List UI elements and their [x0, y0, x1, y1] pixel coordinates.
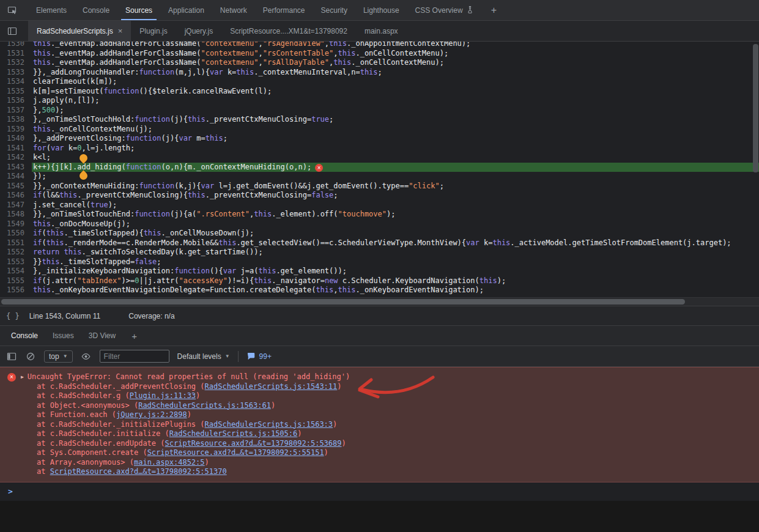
- file-tab-jquery-js[interactable]: jQuery.js: [176, 21, 221, 41]
- line-number-gutter[interactable]: 1547: [0, 201, 32, 210]
- inspect-icon[interactable]: [5, 3, 20, 18]
- stack-frame-link[interactable]: jQuery.js:2:2898: [116, 410, 187, 419]
- file-tab-plugin-js[interactable]: Plugin.js: [131, 21, 176, 41]
- console-prompt[interactable]: >: [0, 482, 759, 501]
- stack-frame-link[interactable]: RadSchedulerScripts.js:1505:6: [169, 429, 298, 438]
- code-text[interactable]: if(this._timeSlotTapped){this._onCellMou…: [32, 229, 759, 238]
- code-text[interactable]: j.apply(n,[l]);: [32, 96, 759, 106]
- line-number-gutter[interactable]: 1549: [0, 220, 32, 229]
- line-number-gutter[interactable]: 1556: [0, 286, 32, 295]
- stack-frame-link[interactable]: ScriptResource.axd?d…&t=13798092:5:53689: [165, 439, 342, 448]
- stack-frame-link[interactable]: main.aspx:4852:5: [134, 458, 205, 467]
- tab-security[interactable]: Security: [313, 0, 355, 20]
- pretty-print-button[interactable]: { }: [6, 312, 20, 320]
- code-text[interactable]: }}this._timeSlotTapped=false;: [32, 257, 759, 267]
- line-number-gutter[interactable]: 1538: [0, 115, 32, 125]
- code-text[interactable]: });: [32, 172, 759, 182]
- file-tab-main-aspx[interactable]: main.aspx: [356, 21, 407, 41]
- line-number-gutter[interactable]: 1543: [0, 163, 32, 172]
- add-drawer-tab-button[interactable]: +: [123, 326, 146, 345]
- line-number-gutter[interactable]: 1553: [0, 257, 32, 267]
- line-number-gutter[interactable]: 1539: [0, 125, 32, 135]
- line-number-gutter[interactable]: 1550: [0, 229, 32, 238]
- stack-frame-link[interactable]: ScriptResource.axd?d…&t=13798092:5:55151: [147, 448, 324, 457]
- file-tab-radschedulerscripts-js[interactable]: RadSchedulerScripts.js×: [28, 21, 131, 41]
- line-number-gutter[interactable]: 1542: [0, 153, 32, 163]
- close-tab-icon[interactable]: ×: [118, 26, 123, 35]
- code-text[interactable]: if(this._renderMode==c.RenderMode.Mobile…: [32, 238, 759, 248]
- line-number-gutter[interactable]: 1548: [0, 210, 32, 220]
- stack-frame-link[interactable]: Plugin.js:11:33: [130, 391, 196, 400]
- code-text[interactable]: clearTimeout(k[m]);: [32, 77, 759, 87]
- tab-elements[interactable]: Elements: [28, 0, 75, 20]
- inline-error-icon[interactable]: ×: [315, 164, 323, 172]
- drawer-tab-console[interactable]: Console: [4, 326, 45, 345]
- clear-console-icon[interactable]: [25, 351, 36, 362]
- code-text[interactable]: for(var k=0,l=j.length;: [32, 144, 759, 153]
- line-number-gutter[interactable]: 1554: [0, 267, 32, 276]
- stack-frame-link[interactable]: RadSchedulerScripts.js:1543:11: [205, 382, 338, 391]
- code-text[interactable]: this._onCellContextMenu(j);: [32, 125, 759, 135]
- code-text[interactable]: }},_addLongTouchHandler:function(m,j,l){…: [32, 68, 759, 78]
- code-text[interactable]: k++){j[k].add_hiding(function(o,n){m._on…: [32, 163, 759, 172]
- code-text[interactable]: }},_onTimeSlotTouchEnd:function(j){a(".r…: [32, 210, 759, 220]
- line-number-gutter[interactable]: 1536: [0, 96, 32, 106]
- line-number-gutter[interactable]: 1533: [0, 68, 32, 78]
- file-tab-scriptresource-xm1-t-13798092[interactable]: ScriptResource....XM1&t=13798092: [221, 21, 356, 41]
- filter-input[interactable]: [100, 350, 169, 363]
- tab-performance[interactable]: Performance: [255, 0, 313, 20]
- code-text[interactable]: },_addPreventClosing:function(j){var m=t…: [32, 134, 759, 144]
- code-text[interactable]: },_initializeKeyboardNavigation:function…: [32, 267, 759, 276]
- line-number-gutter[interactable]: 1555: [0, 276, 32, 286]
- line-number-gutter[interactable]: 1541: [0, 144, 32, 153]
- tab-lighthouse[interactable]: Lighthouse: [355, 0, 407, 20]
- stack-frame-link[interactable]: RadSchedulerScripts.js:1563:61: [138, 401, 271, 410]
- console-sidebar-icon[interactable]: [6, 351, 17, 362]
- more-tabs-button[interactable]: +: [481, 0, 506, 20]
- line-number-gutter[interactable]: 1530: [0, 42, 32, 49]
- line-number-gutter[interactable]: 1540: [0, 134, 32, 144]
- expand-triangle-icon[interactable]: ▶: [21, 372, 24, 382]
- code-text[interactable]: k<l;: [32, 153, 759, 163]
- drawer-tab-issues[interactable]: Issues: [45, 326, 81, 345]
- issues-counter[interactable]: 99+: [246, 352, 272, 361]
- line-number-gutter[interactable]: 1546: [0, 191, 32, 201]
- line-number-gutter[interactable]: 1534: [0, 77, 32, 87]
- log-levels-dropdown[interactable]: Default levels ▼: [177, 352, 230, 361]
- line-number-gutter[interactable]: 1544: [0, 172, 32, 182]
- live-expression-eye-icon[interactable]: [81, 351, 92, 362]
- tab-console[interactable]: Console: [75, 0, 117, 20]
- stack-frame-link[interactable]: RadSchedulerScripts.js:1563:3: [205, 420, 333, 429]
- code-text[interactable]: k[m]=setTimeout(function(){$telerik.canc…: [32, 87, 759, 97]
- horizontal-scrollbar[interactable]: [0, 297, 759, 306]
- code-text[interactable]: return this._switchToSelectedDay(k.get_s…: [32, 248, 759, 257]
- drawer-tab-3d-view[interactable]: 3D View: [81, 326, 123, 345]
- tab-network[interactable]: Network: [212, 0, 255, 20]
- code-text[interactable]: }},_onContextMenuHiding:function(k,j){va…: [32, 182, 759, 191]
- context-selector[interactable]: top ▼: [44, 350, 73, 363]
- line-number-gutter[interactable]: 1531: [0, 49, 32, 59]
- vertical-scrollbar-thumb[interactable]: [753, 44, 758, 172]
- code-text[interactable]: },_onTimeSlotTouchHold:function(j){this.…: [32, 115, 759, 125]
- navigator-toggle-icon[interactable]: [5, 24, 20, 39]
- code-text[interactable]: this._onDocMouseUp(j);: [32, 220, 759, 229]
- horizontal-scrollbar-thumb[interactable]: [1, 299, 685, 305]
- code-text[interactable]: if(l&&this._preventCtxMenuClosing){this.…: [32, 191, 759, 201]
- line-number-gutter[interactable]: 1545: [0, 182, 32, 191]
- code-text[interactable]: this._onKeyboardEventNavigationDelegate=…: [32, 286, 759, 295]
- code-text[interactable]: this._eventMap.addHandlerForClassName("c…: [32, 49, 759, 59]
- tab-css-overview[interactable]: CSS Overview: [407, 0, 481, 20]
- line-number-gutter[interactable]: 1535: [0, 87, 32, 97]
- code-text[interactable]: if(j.attr("tabIndex")>=0||j.attr("access…: [32, 276, 759, 286]
- stack-frame-link[interactable]: ScriptResource.axd?d…&t=13798092:5:51370: [50, 467, 227, 476]
- line-number-gutter[interactable]: 1551: [0, 238, 32, 248]
- code-text[interactable]: this._eventMap.addHandlerForClassName("c…: [32, 42, 759, 49]
- line-number-gutter[interactable]: 1537: [0, 106, 32, 116]
- tab-sources[interactable]: Sources: [117, 0, 160, 20]
- line-number-gutter[interactable]: 1532: [0, 58, 32, 68]
- code-text[interactable]: },500);: [32, 106, 759, 116]
- tab-application[interactable]: Application: [160, 0, 212, 20]
- code-text[interactable]: this._eventMap.addHandlerForClassName("c…: [32, 58, 759, 68]
- code-text[interactable]: j.set_cancel(true);: [32, 201, 759, 210]
- line-number-gutter[interactable]: 1552: [0, 248, 32, 257]
